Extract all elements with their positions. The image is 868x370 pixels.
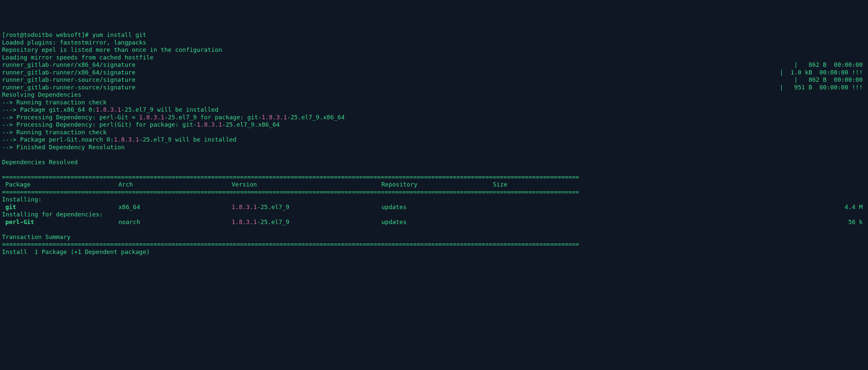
- package-size: 56 k: [493, 218, 866, 226]
- package-name[interactable]: perl-Git: [2, 218, 119, 226]
- deps-resolved: Dependencies Resolved: [2, 159, 866, 166]
- blank-line: [2, 151, 866, 159]
- mirror-status: | 1.0 kB 00:00:00 !!!: [135, 69, 866, 76]
- terminal-output: [root@todoitbo websoft]# yum install git…: [2, 31, 866, 256]
- separator-line: ========================================…: [2, 189, 866, 196]
- mirror-status: | 862 B 00:00:00: [135, 61, 866, 69]
- dependency-line: --> Running transaction check: [2, 99, 866, 106]
- header-version: Version: [231, 181, 381, 189]
- resolving-header: Resolving Dependencies: [2, 91, 866, 99]
- package-repo: updates: [381, 218, 493, 226]
- package-version: 1.8.3.1-25.el7_9: [231, 218, 381, 226]
- dependency-line: --> Running transaction check: [2, 129, 866, 136]
- dependency-line: ---> Package git.x86_64 0:1.8.3.1-25.el7…: [2, 106, 866, 114]
- header-size: Size: [493, 181, 866, 189]
- dependency-line: ---> Package perl-Git.noarch 0:1.8.3.1-2…: [2, 136, 866, 144]
- group-title: Installing:: [2, 196, 866, 203]
- dependency-line: --> Processing Dependency: perl-Git = 1.…: [2, 114, 866, 121]
- header-repository: Repository: [381, 181, 493, 189]
- mirror-name: runner_gitlab-runner/x86_64/signature: [2, 69, 135, 76]
- mirror-name: runner_gitlab-runner-source/signature: [2, 84, 135, 92]
- package-arch: noarch: [119, 218, 231, 226]
- dependency-line: --> Finished Dependency Resolution: [2, 144, 866, 151]
- blank-line: [2, 226, 866, 233]
- command-text[interactable]: yum install git: [92, 31, 147, 38]
- mirror-name: runner_gitlab-runner/x86_64/signature: [2, 61, 135, 69]
- package-name[interactable]: git: [2, 203, 119, 211]
- package-arch: x86_64: [119, 203, 231, 211]
- package-row: perl-Gitnoarch1.8.3.1-25.el7_9updates56 …: [2, 218, 866, 226]
- mirror-status: | 862 B 00:00:00: [135, 76, 866, 84]
- header-arch: Arch: [119, 181, 231, 189]
- dependency-line: --> Processing Dependency: perl(Git) for…: [2, 121, 866, 129]
- package-row: gitx86_641.8.3.1-25.el7_9updates4.4 M: [2, 203, 866, 211]
- separator-line: ========================================…: [2, 241, 866, 248]
- mirror-status: | 951 B 00:00:00 !!!: [135, 84, 866, 92]
- mirror-line: runner_gitlab-runner/x86_64/signature| 8…: [2, 61, 866, 69]
- transaction-summary: Transaction Summary: [2, 233, 866, 241]
- table-header: PackageArchVersionRepositorySize: [2, 181, 866, 189]
- command-line: [root@todoitbo websoft]# yum install git: [2, 31, 866, 39]
- package-repo: updates: [381, 203, 493, 211]
- package-size: 4.4 M: [493, 203, 866, 211]
- blank-line: [2, 166, 866, 173]
- output-line: Loading mirror speeds from cached hostfi…: [2, 54, 866, 62]
- separator-line: ========================================…: [2, 173, 866, 181]
- mirror-name: runner_gitlab-runner-source/signature: [2, 76, 135, 84]
- mirror-line: runner_gitlab-runner/x86_64/signature| 1…: [2, 69, 866, 76]
- mirror-line: runner_gitlab-runner-source/signature| 9…: [2, 84, 866, 92]
- mirror-line: runner_gitlab-runner-source/signature| 8…: [2, 76, 866, 84]
- output-line: Loaded plugins: fastestmirror, langpacks: [2, 39, 866, 46]
- shell-prompt: [root@todoitbo websoft]#: [2, 31, 92, 38]
- package-version: 1.8.3.1-25.el7_9: [231, 203, 381, 211]
- group-title: Installing for dependencies:: [2, 211, 866, 218]
- install-summary: Install 1 Package (+1 Dependent package): [2, 248, 866, 256]
- output-line: Repository epel is listed more than once…: [2, 46, 866, 54]
- header-package: Package: [2, 181, 119, 189]
